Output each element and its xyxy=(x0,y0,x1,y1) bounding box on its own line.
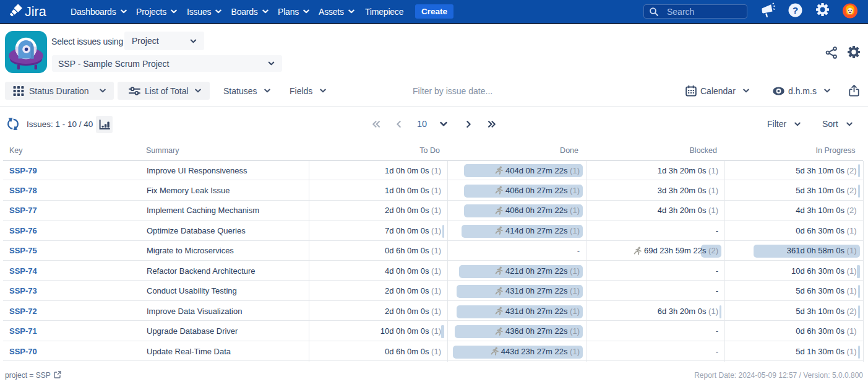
svg-text:?: ? xyxy=(793,5,798,15)
